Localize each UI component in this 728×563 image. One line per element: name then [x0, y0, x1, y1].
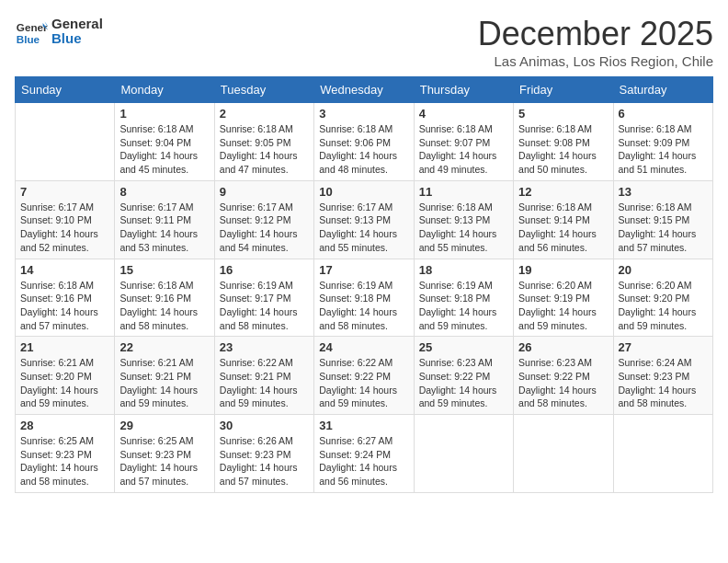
- week-row-1: 7Sunrise: 6:17 AMSunset: 9:10 PMDaylight…: [16, 180, 713, 259]
- header: General Blue General Blue December 2025 …: [15, 15, 713, 69]
- calendar-header-row: SundayMondayTuesdayWednesdayThursdayFrid…: [16, 77, 713, 103]
- day-info: Sunrise: 6:25 AMSunset: 9:23 PMDaylight:…: [20, 434, 109, 488]
- day-cell: 19Sunrise: 6:20 AMSunset: 9:19 PMDayligh…: [514, 259, 613, 337]
- logo-general: General: [51, 17, 103, 32]
- day-number: 18: [419, 263, 508, 277]
- day-cell: 27Sunrise: 6:24 AMSunset: 9:23 PMDayligh…: [613, 337, 712, 415]
- day-info: Sunrise: 6:19 AMSunset: 9:18 PMDaylight:…: [419, 279, 508, 333]
- day-number: 16: [220, 263, 309, 277]
- day-info: Sunrise: 6:18 AMSunset: 9:09 PMDaylight:…: [619, 122, 708, 177]
- day-number: 6: [619, 107, 708, 121]
- day-number: 30: [220, 419, 309, 432]
- logo: General Blue General Blue: [15, 15, 103, 48]
- day-number: 26: [518, 340, 608, 354]
- day-number: 22: [119, 340, 209, 354]
- day-number: 7: [20, 185, 109, 199]
- title-block: December 2025 Las Animas, Los Rios Regio…: [478, 15, 713, 69]
- day-number: 1: [119, 107, 209, 121]
- logo-blue: Blue: [51, 31, 103, 47]
- day-cell: 30Sunrise: 6:26 AMSunset: 9:23 PMDayligh…: [214, 415, 313, 493]
- day-info: Sunrise: 6:18 AMSunset: 9:05 PMDaylight:…: [220, 122, 309, 177]
- day-cell: 16Sunrise: 6:19 AMSunset: 9:17 PMDayligh…: [214, 259, 313, 337]
- day-info: Sunrise: 6:18 AMSunset: 9:16 PMDaylight:…: [20, 279, 109, 333]
- day-info: Sunrise: 6:17 AMSunset: 9:12 PMDaylight:…: [220, 201, 309, 255]
- day-cell: 1Sunrise: 6:18 AMSunset: 9:04 PMDaylight…: [115, 103, 214, 181]
- day-number: 4: [419, 107, 508, 121]
- day-number: 15: [119, 263, 209, 277]
- day-cell: 24Sunrise: 6:22 AMSunset: 9:22 PMDayligh…: [314, 337, 414, 415]
- day-number: 31: [319, 419, 408, 432]
- week-row-2: 14Sunrise: 6:18 AMSunset: 9:16 PMDayligh…: [16, 259, 713, 337]
- calendar-table: SundayMondayTuesdayWednesdayThursdayFrid…: [15, 76, 713, 493]
- header-friday: Friday: [514, 77, 613, 103]
- day-number: 24: [319, 340, 408, 354]
- day-cell: 13Sunrise: 6:18 AMSunset: 9:15 PMDayligh…: [613, 180, 712, 259]
- day-cell: 21Sunrise: 6:21 AMSunset: 9:20 PMDayligh…: [16, 337, 115, 415]
- day-info: Sunrise: 6:19 AMSunset: 9:17 PMDaylight:…: [220, 279, 309, 333]
- day-number: 12: [518, 185, 608, 199]
- day-info: Sunrise: 6:24 AMSunset: 9:23 PMDaylight:…: [619, 356, 708, 410]
- day-number: 5: [518, 107, 608, 121]
- day-cell: 11Sunrise: 6:18 AMSunset: 9:13 PMDayligh…: [414, 180, 513, 259]
- day-number: 11: [419, 185, 508, 199]
- day-info: Sunrise: 6:18 AMSunset: 9:13 PMDaylight:…: [419, 201, 508, 255]
- day-number: 10: [319, 185, 408, 199]
- day-cell: 31Sunrise: 6:27 AMSunset: 9:24 PMDayligh…: [314, 415, 414, 493]
- day-info: Sunrise: 6:18 AMSunset: 9:04 PMDaylight:…: [119, 122, 209, 177]
- day-number: 20: [619, 263, 708, 277]
- header-sunday: Sunday: [16, 77, 115, 103]
- day-info: Sunrise: 6:22 AMSunset: 9:22 PMDaylight:…: [319, 356, 408, 410]
- day-info: Sunrise: 6:20 AMSunset: 9:19 PMDaylight:…: [518, 279, 608, 333]
- day-info: Sunrise: 6:18 AMSunset: 9:06 PMDaylight:…: [319, 122, 408, 177]
- day-cell: 17Sunrise: 6:19 AMSunset: 9:18 PMDayligh…: [314, 259, 414, 337]
- day-info: Sunrise: 6:17 AMSunset: 9:11 PMDaylight:…: [119, 201, 209, 255]
- day-number: 25: [419, 340, 508, 354]
- day-info: Sunrise: 6:20 AMSunset: 9:20 PMDaylight:…: [619, 279, 708, 333]
- day-cell: 14Sunrise: 6:18 AMSunset: 9:16 PMDayligh…: [16, 259, 115, 337]
- day-info: Sunrise: 6:23 AMSunset: 9:22 PMDaylight:…: [518, 356, 608, 410]
- day-info: Sunrise: 6:18 AMSunset: 9:07 PMDaylight:…: [419, 122, 508, 177]
- day-cell: 15Sunrise: 6:18 AMSunset: 9:16 PMDayligh…: [115, 259, 214, 337]
- day-number: 8: [119, 185, 209, 199]
- header-monday: Monday: [115, 77, 214, 103]
- day-cell: 12Sunrise: 6:18 AMSunset: 9:14 PMDayligh…: [514, 180, 613, 259]
- day-cell: [414, 415, 513, 493]
- day-number: 17: [319, 263, 408, 277]
- day-cell: 7Sunrise: 6:17 AMSunset: 9:10 PMDaylight…: [16, 180, 115, 259]
- header-wednesday: Wednesday: [314, 77, 414, 103]
- calendar-body: 1Sunrise: 6:18 AMSunset: 9:04 PMDaylight…: [16, 103, 713, 493]
- day-cell: 5Sunrise: 6:18 AMSunset: 9:08 PMDaylight…: [514, 103, 613, 181]
- day-info: Sunrise: 6:18 AMSunset: 9:14 PMDaylight:…: [518, 201, 608, 255]
- month-title: December 2025: [478, 15, 713, 53]
- day-cell: 25Sunrise: 6:23 AMSunset: 9:22 PMDayligh…: [414, 337, 513, 415]
- svg-text:Blue: Blue: [17, 33, 40, 45]
- day-number: 3: [319, 107, 408, 121]
- day-cell: 3Sunrise: 6:18 AMSunset: 9:06 PMDaylight…: [314, 103, 414, 181]
- day-info: Sunrise: 6:21 AMSunset: 9:21 PMDaylight:…: [119, 356, 209, 410]
- week-row-3: 21Sunrise: 6:21 AMSunset: 9:20 PMDayligh…: [16, 337, 713, 415]
- day-cell: 22Sunrise: 6:21 AMSunset: 9:21 PMDayligh…: [115, 337, 214, 415]
- day-number: 21: [20, 340, 109, 354]
- day-info: Sunrise: 6:17 AMSunset: 9:13 PMDaylight:…: [319, 201, 408, 255]
- day-info: Sunrise: 6:21 AMSunset: 9:20 PMDaylight:…: [20, 356, 109, 410]
- day-number: 19: [518, 263, 608, 277]
- header-thursday: Thursday: [414, 77, 513, 103]
- day-cell: 20Sunrise: 6:20 AMSunset: 9:20 PMDayligh…: [613, 259, 712, 337]
- day-info: Sunrise: 6:27 AMSunset: 9:24 PMDaylight:…: [319, 434, 408, 488]
- location-subtitle: Las Animas, Los Rios Region, Chile: [478, 53, 713, 69]
- day-cell: 6Sunrise: 6:18 AMSunset: 9:09 PMDaylight…: [613, 103, 712, 181]
- day-info: Sunrise: 6:19 AMSunset: 9:18 PMDaylight:…: [319, 279, 408, 333]
- day-info: Sunrise: 6:25 AMSunset: 9:23 PMDaylight:…: [119, 434, 209, 488]
- day-cell: 8Sunrise: 6:17 AMSunset: 9:11 PMDaylight…: [115, 180, 214, 259]
- week-row-4: 28Sunrise: 6:25 AMSunset: 9:23 PMDayligh…: [16, 415, 713, 493]
- week-row-0: 1Sunrise: 6:18 AMSunset: 9:04 PMDaylight…: [16, 103, 713, 181]
- day-number: 9: [220, 185, 309, 199]
- day-number: 27: [619, 340, 708, 354]
- day-cell: [613, 415, 712, 493]
- day-cell: 10Sunrise: 6:17 AMSunset: 9:13 PMDayligh…: [314, 180, 414, 259]
- day-cell: 23Sunrise: 6:22 AMSunset: 9:21 PMDayligh…: [214, 337, 313, 415]
- day-cell: 26Sunrise: 6:23 AMSunset: 9:22 PMDayligh…: [514, 337, 613, 415]
- day-info: Sunrise: 6:18 AMSunset: 9:16 PMDaylight:…: [119, 279, 209, 333]
- header-tuesday: Tuesday: [214, 77, 313, 103]
- day-number: 14: [20, 263, 109, 277]
